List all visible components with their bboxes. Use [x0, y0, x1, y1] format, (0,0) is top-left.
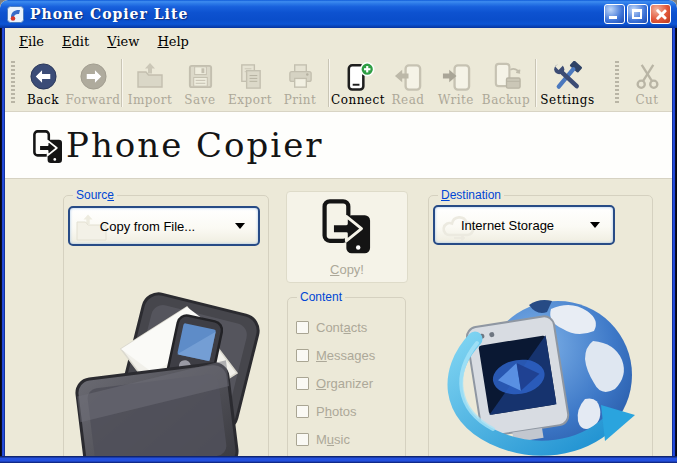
phones-copy-icon	[320, 198, 374, 259]
window-border-right	[672, 28, 677, 463]
music-checkbox[interactable]	[296, 433, 309, 446]
forward-icon	[79, 61, 108, 92]
minimize-button[interactable]	[604, 4, 625, 24]
import-icon	[135, 61, 165, 92]
menu-help[interactable]: Help	[150, 32, 200, 51]
back-icon	[29, 61, 58, 92]
destination-dropdown-value: Internet Storage	[435, 218, 590, 233]
toolbar-separator	[328, 59, 329, 107]
checkbox-row-messages[interactable]: Messages	[296, 348, 375, 362]
checkbox-row-contacts[interactable]: Contacts	[296, 320, 375, 334]
toolbar-save-label: Save	[184, 93, 215, 107]
toolbar-separator	[121, 59, 122, 107]
cut-icon	[633, 61, 662, 92]
toolbar-forward-label: Forward	[66, 93, 121, 107]
copy-button[interactable]: Copy!	[286, 191, 408, 283]
toolbar-back-button[interactable]: Back	[18, 56, 68, 110]
toolbar-gripper[interactable]	[615, 61, 619, 105]
contacts-checkbox[interactable]	[296, 321, 309, 334]
toolbar-import-label: Import	[128, 93, 173, 107]
toolbar-print-label: Print	[284, 93, 317, 107]
destination-group-label: Destination	[438, 188, 504, 202]
close-icon	[651, 5, 670, 23]
toolbar-read-label: Read	[392, 93, 425, 107]
checkbox-row-photos[interactable]: Photos	[296, 404, 375, 418]
content-group: Content Contacts Messages Organizer	[287, 297, 406, 456]
backup-icon	[490, 61, 523, 92]
toolbar-settings-button[interactable]: Settings	[539, 56, 596, 110]
checkbox-row-organizer[interactable]: Organizer	[296, 376, 375, 390]
page-title: Phone Copier	[66, 125, 324, 165]
toolbar-write-label: Write	[438, 93, 474, 107]
toolbar-import-button[interactable]: Import	[125, 56, 175, 110]
menu-bar: File Edit View Help	[5, 28, 672, 54]
titlebar: Phone Copier Lite	[0, 0, 677, 28]
toolbar-write-button[interactable]: Write	[432, 56, 480, 110]
toolbar-connect-button[interactable]: Connect	[332, 56, 384, 110]
source-dropdown-value: Copy from File...	[70, 219, 235, 234]
chevron-down-icon	[235, 223, 245, 229]
close-button[interactable]	[650, 4, 671, 24]
export-icon	[236, 61, 265, 92]
toolbar-export-button[interactable]: Export	[225, 56, 275, 110]
toolbar-separator	[535, 59, 536, 107]
toolbar-back-label: Back	[27, 93, 59, 107]
window-controls	[604, 4, 671, 24]
messages-checkbox[interactable]	[296, 349, 309, 362]
toolbar: Back Forward I	[5, 54, 672, 112]
window-border-left	[0, 28, 5, 463]
app-header: Phone Copier	[5, 112, 672, 179]
menu-view[interactable]: View	[100, 32, 150, 51]
photos-label: Photos	[316, 404, 356, 419]
toolbar-print-button[interactable]: Print	[275, 56, 325, 110]
music-label: Music	[316, 432, 350, 447]
source-group-label: Source	[73, 188, 117, 202]
contacts-label: Contacts	[316, 320, 367, 335]
photos-checkbox[interactable]	[296, 405, 309, 418]
destination-dropdown[interactable]: Internet Storage	[433, 205, 615, 245]
organizer-checkbox[interactable]	[296, 377, 309, 390]
toolbar-export-label: Export	[228, 93, 272, 107]
checkbox-row-music[interactable]: Music	[296, 432, 375, 446]
toolbar-gripper[interactable]	[11, 61, 15, 105]
menu-edit[interactable]: Edit	[55, 32, 100, 51]
save-icon	[186, 61, 215, 92]
minimize-icon	[609, 16, 617, 19]
maximize-button[interactable]	[627, 4, 648, 24]
organizer-label: Organizer	[316, 376, 373, 391]
window-border-bottom	[0, 456, 677, 463]
source-dropdown[interactable]: Copy from File...	[68, 206, 260, 246]
phones-copy-icon	[32, 127, 64, 167]
copy-button-label: Copy!	[330, 262, 364, 277]
content-group-label: Content	[297, 290, 345, 304]
content-checkbox-list: Contacts Messages Organizer Photos	[296, 320, 375, 456]
toolbar-backup-label: Backup	[482, 93, 530, 107]
toolbar-read-button[interactable]: Read	[384, 56, 432, 110]
app-icon	[7, 6, 24, 23]
settings-icon	[551, 61, 584, 92]
read-icon	[392, 61, 425, 92]
print-icon	[286, 61, 315, 92]
app-window: Phone Copier Lite File Edit View Help	[0, 0, 677, 463]
toolbar-backup-button[interactable]: Backup	[480, 56, 532, 110]
messages-label: Messages	[316, 348, 375, 363]
toolbar-settings-label: Settings	[540, 93, 594, 107]
toolbar-forward-button[interactable]: Forward	[68, 56, 118, 110]
client-area: File Edit View Help Back	[5, 28, 672, 456]
toolbar-cut-label: Cut	[635, 93, 658, 107]
toolbar-connect-label: Connect	[331, 93, 385, 107]
window-title: Phone Copier Lite	[30, 6, 604, 22]
write-icon	[440, 61, 473, 92]
toolbar-cut-button[interactable]: Cut	[622, 56, 672, 110]
maximize-icon	[632, 9, 642, 19]
connect-icon	[342, 61, 375, 92]
menu-file[interactable]: File	[12, 32, 55, 51]
toolbar-save-button[interactable]: Save	[175, 56, 225, 110]
chevron-down-icon	[590, 222, 600, 228]
main-area: Source	[5, 179, 672, 456]
